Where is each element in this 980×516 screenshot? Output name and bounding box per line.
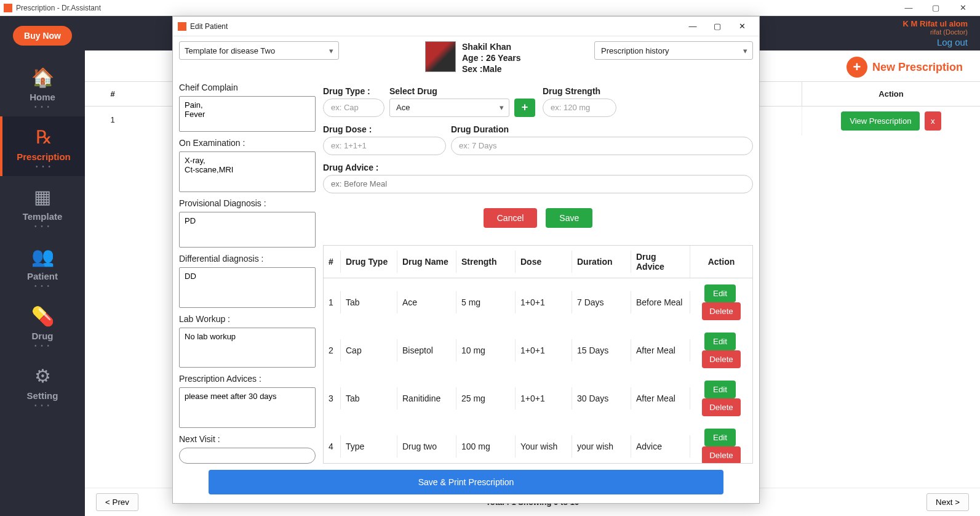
sidebar-item-label: Setting [27,390,58,401]
prescription-icon: ℞ [36,126,52,148]
sidebar-item-setting[interactable]: ⚙ Setting • • • [0,355,85,415]
cell-strength: 100 mg [456,435,516,458]
template-select-value: Template for disease Two [185,46,275,55]
next-page-button[interactable]: Next > [926,493,969,511]
sidebar-item-label: Template [23,211,63,222]
sidebar-item-template[interactable]: ▦ Template • • • [0,176,85,236]
cell-name: Biseptol [397,339,456,361]
user-role: rifat (Doctor) [903,28,968,36]
sidebar-item-prescription[interactable]: ℞ Prescription • • • [0,116,85,176]
user-name: K M Rifat ul alom [903,19,968,28]
lab-workup-label: Lab Workup : [179,314,316,324]
col-n: # [324,251,341,273]
delete-row-button[interactable]: Delete [702,398,741,416]
chief-complain-input[interactable] [179,96,316,132]
bg-action-header: Action [802,82,980,107]
nav-dots: • • • [34,223,50,230]
drug-table: # Drug Type Drug Name Strength Dose Dura… [323,245,753,464]
nav-dots: • • • [34,103,50,110]
delete-row-button[interactable]: Delete [702,446,741,464]
view-prescription-button[interactable]: View Prescription [841,111,920,131]
buy-now-button[interactable]: Buy Now [13,26,72,46]
sidebar-item-label: Prescription [17,151,71,162]
select-drug-dropdown[interactable]: Ace [389,99,509,117]
cell-advice: After Meal [631,387,690,409]
on-examination-input[interactable] [179,151,316,192]
edit-row-button[interactable]: Edit [704,333,736,350]
window-close-icon[interactable]: ✕ [949,0,976,16]
add-drug-button[interactable]: + [514,99,535,117]
cell-strength: 25 mg [456,387,516,409]
patient-sex: Sex :Male [462,63,520,75]
dialog-close-icon[interactable]: ✕ [730,17,754,36]
os-titlebar: Prescription - Dr.Assistant — ▢ ✕ [0,0,980,16]
col-type: Drug Type [341,251,397,273]
save-button[interactable]: Save [546,208,592,228]
cancel-button[interactable]: Cancel [484,208,538,228]
edit-row-button[interactable]: Edit [704,381,736,398]
chief-complain-label: Cheif Complain [179,83,316,92]
bg-hash-header: # [85,82,140,107]
lab-workup-input[interactable] [179,328,316,368]
cell-type: Cap [341,339,397,361]
cell-dose: 1+0+1 [516,291,572,313]
cell-duration: your wish [572,435,631,458]
app-icon [4,4,12,12]
drug-advice-input[interactable] [323,175,753,193]
cell-action: EditDelete [690,374,752,422]
col-advice: Drug Advice [631,246,690,278]
cell-name: Ace [397,291,456,313]
drug-dose-input[interactable] [323,137,446,155]
drug-strength-label: Drug Strength [543,86,753,96]
dialog-app-icon [178,22,186,31]
template-select[interactable]: Template for disease Two [179,41,339,60]
delete-row-button[interactable]: Delete [702,302,741,320]
drug-dose-label: Drug Dose : [323,124,446,134]
edit-row-button[interactable]: Edit [704,429,736,446]
edit-row-button[interactable]: Edit [704,284,736,302]
differential-diagnosis-input[interactable] [179,267,316,308]
nav-dots: • • • [36,163,52,170]
dialog-maximize-icon[interactable]: ▢ [705,17,730,36]
cell-advice: After Meal [631,339,690,361]
cell-dose: 1+0+1 [516,387,572,409]
new-prescription-button[interactable]: + New Prescription [847,57,963,78]
drug-type-input[interactable] [323,99,384,117]
cell-n: 1 [324,291,341,313]
patient-icon: 👥 [31,246,54,267]
drug-duration-input[interactable] [451,137,753,155]
save-print-button[interactable]: Save & Print Prescription [209,470,723,494]
patient-name: Shakil Khan [462,41,520,52]
cell-advice: Before Meal [631,291,690,313]
home-icon: 🏠 [31,67,54,88]
next-visit-input[interactable] [179,448,316,464]
drug-strength-input[interactable] [543,99,616,117]
prev-page-button[interactable]: < Prev [96,493,138,511]
cell-name: Ranitidine [397,387,456,409]
cell-type: Type [341,435,397,458]
cell-dose: Your wish [516,435,572,458]
cell-action: EditDelete [690,326,752,374]
cell-n: 3 [324,387,341,409]
delete-row-button[interactable]: Delete [702,350,741,368]
window-maximize-icon[interactable]: ▢ [922,0,949,16]
dialog-minimize-icon[interactable]: — [680,17,705,36]
col-dose: Dose [516,251,572,273]
provisional-diagnosis-input[interactable] [179,212,316,248]
drug-table-header: # Drug Type Drug Name Strength Dose Dura… [324,246,752,278]
prescription-advices-input[interactable] [179,387,316,428]
bg-row-index: 1 [85,107,140,135]
patient-header: Shakil Khan Age : 26 Years Sex :Male [425,41,520,75]
window-minimize-icon[interactable]: — [895,0,922,16]
cell-type: Tab [341,291,397,313]
sidebar-item-home[interactable]: 🏠 Home • • • [0,57,85,116]
delete-prescription-button[interactable]: x [925,111,941,131]
sidebar-item-drug[interactable]: 💊 Drug • • • [0,296,85,355]
logout-link[interactable]: Log out [903,37,968,47]
prescription-history-select[interactable]: Prescription history [594,41,753,60]
sidebar: Buy Now 🏠 Home • • • ℞ Prescription • • … [0,16,85,516]
cell-action: EditDelete [690,278,752,326]
select-drug-label: Select Drug [389,86,538,96]
sidebar-item-patient[interactable]: 👥 Patient • • • [0,236,85,296]
prescription-advices-label: Prescription Advices : [179,374,316,384]
